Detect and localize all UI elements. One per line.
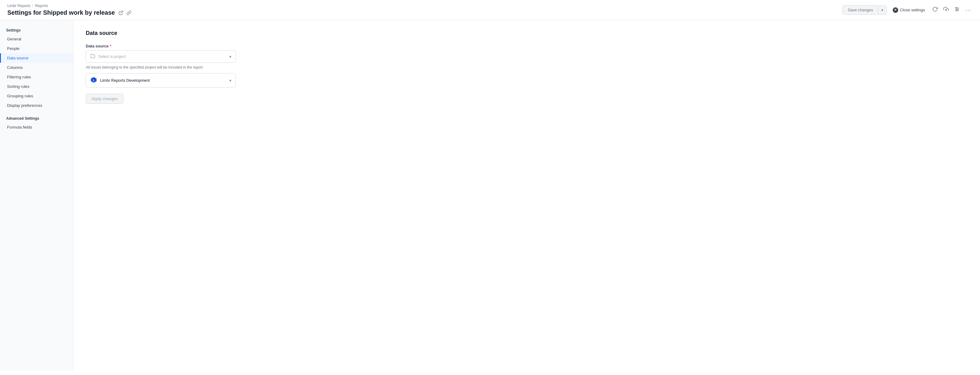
sidebar-item-formula-fields[interactable]: Formula fields: [0, 122, 73, 132]
sidebar-item-filtering-rules[interactable]: Filtering rules: [0, 72, 73, 82]
top-bar-left: Limbr Reports / Reports Settings for Shi…: [7, 4, 132, 16]
project-name: Limbr Reports Development: [100, 78, 150, 83]
save-changes-group: Save changes ▾: [843, 5, 886, 15]
svg-line-0: [121, 11, 123, 13]
breadcrumb-separator: /: [32, 4, 33, 8]
main-layout: Settings General People Data source Colu…: [0, 20, 980, 371]
external-link-icon[interactable]: [118, 10, 124, 16]
sidebar-item-data-source[interactable]: Data source: [0, 53, 73, 63]
breadcrumb: Limbr Reports / Reports: [7, 4, 132, 8]
sidebar-item-display-preferences[interactable]: Display preferences: [0, 101, 73, 110]
sidebar-item-columns[interactable]: Columns: [0, 63, 73, 72]
sidebar-item-people[interactable]: People: [0, 44, 73, 53]
close-icon: ✕: [893, 7, 898, 13]
upload-icon[interactable]: [942, 5, 950, 15]
more-options-icon[interactable]: ···: [964, 5, 973, 15]
required-star: *: [110, 44, 111, 48]
page-title: Settings for Shipped work by release: [7, 9, 115, 16]
svg-text:L: L: [93, 79, 95, 82]
project-value-inner: L Limbr Reports Development: [90, 76, 150, 84]
hint-text: All issues belonging to the specified pr…: [86, 65, 968, 70]
project-dropdown-chevron-icon: ▾: [229, 78, 231, 83]
data-source-label: Data source *: [86, 44, 968, 48]
page-title-row: Settings for Shipped work by release: [7, 9, 132, 16]
sidebar-item-general[interactable]: General: [0, 34, 73, 44]
project-value-dropdown[interactable]: L Limbr Reports Development ▾: [86, 73, 236, 87]
settings-section-header: Settings: [0, 25, 73, 34]
advanced-settings-header: Advanced Settings: [0, 113, 73, 122]
svg-point-5: [956, 7, 957, 8]
save-changes-caret-button[interactable]: ▾: [878, 5, 886, 15]
sidebar-item-sorting-rules[interactable]: Sorting rules: [0, 82, 73, 91]
link-icon[interactable]: [126, 10, 132, 16]
refresh-icon[interactable]: [931, 5, 939, 15]
content-section-title: Data source: [86, 30, 968, 37]
project-select-dropdown[interactable]: Select a project ▾: [86, 50, 236, 63]
breadcrumb-page[interactable]: Reports: [35, 4, 48, 8]
breadcrumb-app[interactable]: Limbr Reports: [7, 4, 30, 8]
main-content: Data source Data source * Select a proje…: [73, 20, 980, 371]
sidebar-item-grouping-rules[interactable]: Grouping rules: [0, 91, 73, 101]
project-icon: L: [90, 76, 97, 84]
close-settings-label: Close settings: [900, 8, 925, 12]
folder-icon: [90, 54, 95, 59]
sidebar: Settings General People Data source Colu…: [0, 20, 73, 371]
page-title-icons: [118, 10, 132, 16]
settings-sliders-icon[interactable]: [953, 5, 961, 15]
svg-point-6: [958, 9, 959, 10]
save-changes-button[interactable]: Save changes: [843, 5, 878, 15]
close-settings-button[interactable]: ✕ Close settings: [890, 5, 928, 15]
select-chevron-icon: ▾: [229, 54, 231, 59]
top-bar-right: Save changes ▾ ✕ Close settings ···: [843, 5, 973, 15]
project-select-placeholder: Select a project: [90, 54, 126, 59]
top-bar: Limbr Reports / Reports Settings for Shi…: [0, 0, 980, 20]
apply-changes-button[interactable]: Apply changes: [86, 94, 123, 104]
svg-point-7: [956, 10, 957, 11]
